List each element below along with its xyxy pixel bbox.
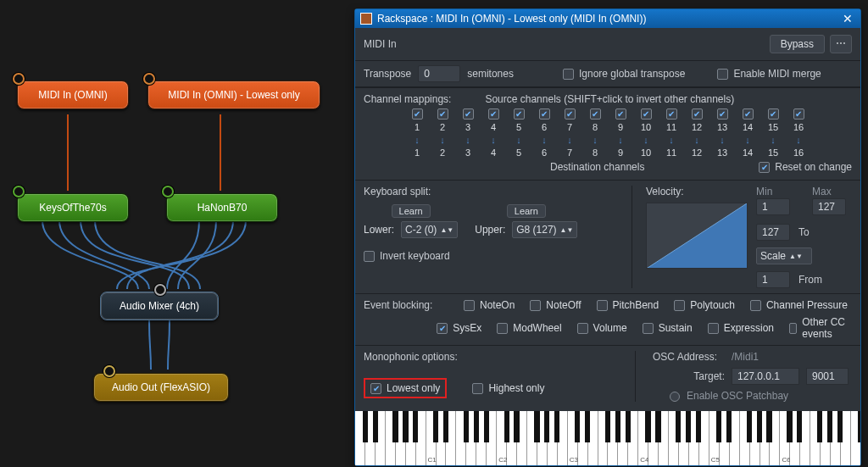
vel-min-input[interactable]: 1	[756, 198, 790, 215]
black-key[interactable]	[747, 411, 752, 442]
ch-num[interactable]: 3	[455, 147, 481, 158]
port-icon[interactable]	[154, 284, 166, 296]
vel-max-input[interactable]: 127	[812, 198, 846, 215]
titlebar[interactable]: Rackspace : MIDI In (OMNI) - Lowest only…	[355, 9, 860, 28]
black-key[interactable]	[554, 411, 559, 442]
black-key[interactable]	[433, 411, 438, 442]
ch-num[interactable]: 1	[404, 147, 430, 158]
pitchbend-checkbox[interactable]	[597, 300, 608, 311]
src-ch-checkbox[interactable]	[539, 108, 550, 120]
chpressure-checkbox[interactable]	[750, 300, 761, 311]
black-key[interactable]	[413, 411, 418, 442]
node-keys70[interactable]: KeysOfThe70s	[17, 193, 129, 222]
src-ch-checkbox[interactable]	[590, 108, 601, 120]
node-hanon[interactable]: HaNonB70	[166, 193, 278, 222]
port-icon[interactable]	[162, 186, 174, 197]
src-ch-checkbox[interactable]	[615, 108, 626, 120]
ch-num[interactable]: 10	[633, 147, 659, 158]
src-ch-checkbox[interactable]	[514, 108, 525, 120]
black-key[interactable]	[858, 411, 860, 442]
sustain-checkbox[interactable]	[643, 323, 654, 334]
src-ch-checkbox[interactable]	[641, 108, 652, 120]
vel-to-input[interactable]: 127	[756, 224, 790, 241]
ch-num[interactable]: 8	[582, 147, 608, 158]
black-key[interactable]	[787, 411, 792, 442]
noteoff-checkbox[interactable]	[530, 300, 541, 311]
black-key[interactable]	[645, 411, 650, 442]
osc-port-input[interactable]: 9001	[806, 368, 849, 385]
black-key[interactable]	[373, 411, 378, 442]
learn-upper-button[interactable]: Learn	[507, 204, 546, 218]
black-key[interactable]	[696, 411, 701, 442]
black-key[interactable]	[464, 411, 469, 442]
ch-num[interactable]: 6	[531, 147, 557, 158]
black-key[interactable]	[716, 411, 721, 442]
learn-lower-button[interactable]: Learn	[392, 204, 431, 218]
black-key[interactable]	[474, 411, 479, 442]
polytouch-checkbox[interactable]	[674, 300, 685, 311]
expression-checkbox[interactable]	[708, 323, 719, 334]
port-icon[interactable]	[13, 73, 25, 85]
src-ch-checkbox[interactable]	[488, 108, 499, 120]
ch-num[interactable]: 12	[684, 147, 709, 158]
black-key[interactable]	[514, 411, 519, 442]
port-icon[interactable]	[13, 186, 25, 197]
lowest-only-checkbox[interactable]	[370, 383, 381, 394]
black-key[interactable]	[484, 411, 489, 442]
black-key[interactable]	[544, 411, 549, 442]
black-key[interactable]	[615, 411, 620, 442]
vel-scale-select[interactable]: Scale▲▼	[756, 247, 812, 264]
black-key[interactable]	[626, 411, 631, 442]
src-ch-checkbox[interactable]	[437, 108, 448, 120]
ch-num[interactable]: 9	[608, 147, 633, 158]
black-key[interactable]	[817, 411, 822, 442]
ch-num[interactable]: 11	[659, 147, 684, 158]
black-key[interactable]	[827, 411, 832, 442]
black-key[interactable]	[837, 411, 843, 442]
ch-num[interactable]: 15	[760, 147, 786, 158]
black-key[interactable]	[726, 411, 732, 442]
src-ch-checkbox[interactable]	[743, 108, 754, 120]
src-ch-checkbox[interactable]	[412, 108, 423, 120]
black-key[interactable]	[655, 411, 660, 442]
midi-merge-checkbox[interactable]	[717, 69, 728, 80]
port-icon[interactable]	[103, 365, 115, 377]
volume-checkbox[interactable]	[577, 323, 588, 334]
ch-num[interactable]: 13	[709, 147, 735, 158]
src-ch-checkbox[interactable]	[717, 108, 728, 120]
ch-num[interactable]: 4	[481, 147, 506, 158]
src-ch-checkbox[interactable]	[463, 108, 474, 120]
close-icon[interactable]: ✕	[840, 13, 855, 25]
ch-num[interactable]: 14	[735, 147, 760, 158]
vel-from-input[interactable]: 1	[756, 271, 790, 288]
node-mixer[interactable]: Audio Mixer (4ch)	[100, 292, 219, 320]
black-key[interactable]	[443, 411, 448, 442]
invert-keyboard-checkbox[interactable]	[364, 251, 375, 262]
noteon-checkbox[interactable]	[464, 300, 475, 311]
black-key[interactable]	[585, 411, 590, 442]
more-button[interactable]: ⋯	[830, 35, 852, 53]
ch-num[interactable]: 5	[506, 147, 531, 158]
node-midi-in-low[interactable]: MIDI In (OMNI) - Lowest only	[147, 81, 320, 109]
black-key[interactable]	[686, 411, 691, 442]
black-key[interactable]	[575, 411, 580, 442]
src-ch-checkbox[interactable]	[565, 108, 576, 120]
black-key[interactable]	[534, 411, 539, 442]
othercc-checkbox[interactable]	[789, 323, 797, 334]
black-key[interactable]	[605, 411, 610, 442]
upper-select[interactable]: G8 (127)▲▼	[512, 221, 577, 238]
piano-keyboard[interactable]: C1C2C3C4C5C6	[355, 411, 860, 465]
sysex-checkbox[interactable]	[437, 323, 448, 334]
src-ch-checkbox[interactable]	[666, 108, 677, 120]
transpose-input[interactable]: 0	[418, 65, 460, 82]
black-key[interactable]	[392, 411, 398, 442]
velocity-graph[interactable]	[646, 203, 748, 269]
black-key[interactable]	[676, 411, 681, 442]
ch-num[interactable]: 2	[430, 147, 455, 158]
ignore-transpose-checkbox[interactable]	[563, 69, 574, 80]
osc-ip-input[interactable]: 127.0.0.1	[732, 368, 799, 385]
src-ch-checkbox[interactable]	[692, 108, 703, 120]
src-ch-checkbox[interactable]	[793, 108, 804, 120]
reset-on-change-checkbox[interactable]	[759, 162, 770, 173]
black-key[interactable]	[757, 411, 762, 442]
